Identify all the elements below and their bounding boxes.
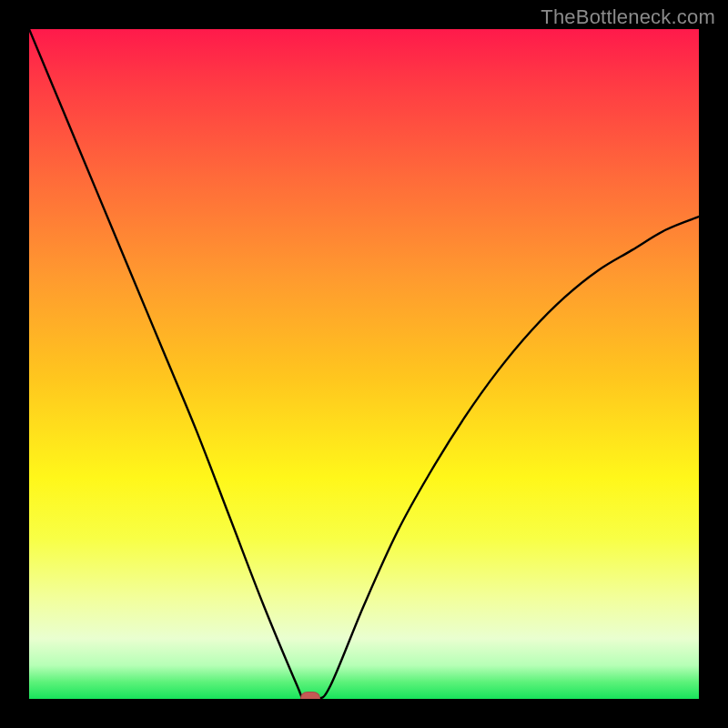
chart-frame: TheBottleneck.com — [0, 0, 728, 728]
watermark-text: TheBottleneck.com — [541, 5, 715, 29]
optimal-point-marker — [300, 692, 320, 699]
plot-area — [29, 29, 699, 699]
curve-svg — [29, 29, 699, 699]
bottleneck-curve — [29, 29, 699, 699]
